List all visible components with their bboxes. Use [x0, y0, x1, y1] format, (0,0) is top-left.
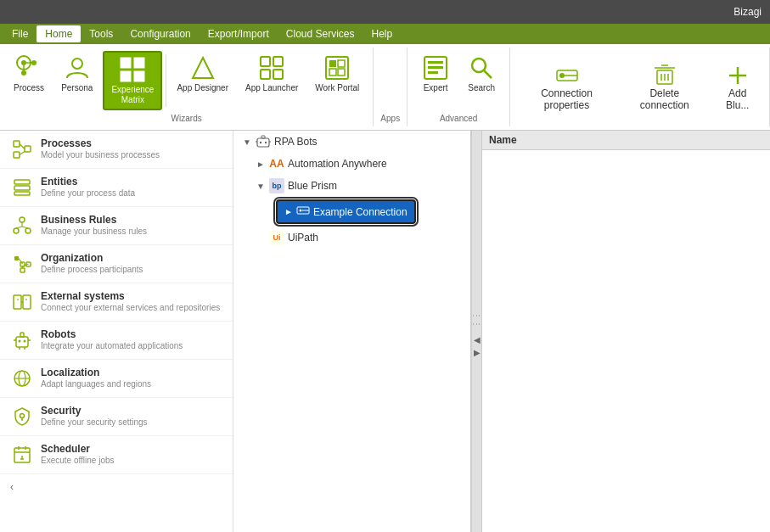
experience-matrix-icon — [119, 56, 146, 83]
tree-item-example-connection[interactable]: ► Example Connection — [276, 199, 416, 224]
robots-icon — [10, 328, 34, 352]
robots-title: Robots — [41, 328, 183, 340]
svg-rect-16 — [261, 57, 270, 66]
sidebar-item-scheduler[interactable]: Scheduler Execute offline jobs — [0, 436, 233, 474]
svg-point-2 — [31, 60, 37, 65]
sidebar-item-business-rules[interactable]: Business Rules Manage your business rule… — [0, 207, 233, 245]
ribbon-group-advanced: Expert Search Advanced — [407, 48, 510, 126]
svg-rect-22 — [338, 60, 345, 67]
processes-icon — [10, 137, 34, 161]
localization-subtitle: Adapt languages and regions — [41, 379, 151, 389]
ribbon-btn-expert[interactable]: Expert — [414, 51, 457, 97]
svg-rect-49 — [14, 192, 30, 195]
svg-rect-71 — [20, 333, 24, 337]
ribbon-group-advanced-label: Advanced — [440, 114, 477, 123]
sidebar-item-external-systems[interactable]: External systems Connect your external s… — [0, 283, 233, 322]
tree-item-automation-anywhere[interactable]: ► AA Automation Anywhere — [247, 153, 470, 175]
svg-rect-42 — [14, 141, 20, 147]
example-connection-expand-icon: ► — [284, 207, 293, 216]
security-title: Security — [41, 405, 148, 417]
uipath-label: UiPath — [288, 232, 318, 244]
ribbon-group-apps-label: Apps — [380, 114, 400, 123]
blue-prism-icon: bp — [269, 178, 284, 193]
sidebar-item-processes[interactable]: Processes Model your business processes — [0, 131, 233, 169]
persona-icon — [64, 54, 91, 81]
menu-bar: File Home Tools Configuration Export/Imp… — [0, 24, 770, 44]
tree-item-uipath[interactable]: ► Ui UiPath — [247, 227, 470, 249]
ribbon-btn-persona[interactable]: Persona — [54, 51, 99, 97]
rpa-bots-expand-icon: ▼ — [240, 135, 254, 148]
sidebar-item-entities[interactable]: Entities Define your process data — [0, 169, 233, 207]
localization-title: Localization — [41, 367, 151, 378]
svg-point-50 — [20, 217, 25, 222]
menu-home[interactable]: Home — [37, 25, 81, 42]
menu-tools[interactable]: Tools — [81, 25, 121, 42]
svg-point-89 — [265, 142, 267, 143]
ribbon-group-connection: Connection properties Delete conne — [510, 48, 770, 126]
sidebar-collapse-btn[interactable]: ‹ — [0, 474, 233, 500]
ribbon-btn-work-portal[interactable]: Work Portal — [308, 51, 366, 97]
collapse-right-arrow[interactable]: ▶ — [474, 348, 481, 357]
sidebar-item-organization[interactable]: Organization Define process participants — [0, 245, 233, 283]
scheduler-subtitle: Execute offline jobs — [41, 456, 115, 465]
app-designer-icon — [189, 54, 216, 81]
delete-connection-label: Delete connection — [628, 87, 701, 111]
expert-btn-label: Expert — [424, 83, 448, 93]
search-ribbon-icon — [468, 54, 495, 81]
tree-item-rpa-bots[interactable]: ▼ RPA Bots — [233, 131, 470, 153]
ribbon-btn-app-designer[interactable]: App Designer — [170, 51, 235, 97]
svg-point-70 — [24, 340, 26, 343]
ribbon-btn-app-launcher[interactable]: App Launcher — [239, 51, 305, 97]
rpa-bots-label: RPA Bots — [274, 136, 317, 148]
menu-file[interactable]: File — [3, 25, 37, 42]
uipath-icon: Ui — [269, 230, 284, 245]
security-icon — [10, 405, 34, 428]
automation-anywhere-icon: AA — [269, 156, 284, 171]
svg-rect-58 — [20, 268, 25, 272]
menu-configuration[interactable]: Configuration — [121, 25, 199, 42]
svg-rect-90 — [261, 136, 265, 138]
localization-icon — [10, 367, 34, 390]
svg-rect-44 — [25, 146, 31, 152]
tree-item-example-connection-wrapper[interactable]: ► Example Connection — [233, 197, 470, 227]
collapse-left-arrow[interactable]: ◀ — [474, 335, 481, 344]
svg-point-6 — [72, 59, 82, 69]
tree-item-blue-prism[interactable]: ▼ bp Blue Prism — [247, 175, 470, 197]
ribbon-btn-experience-matrix[interactable]: ExperienceMatrix — [103, 51, 162, 110]
app-designer-btn-label: App Designer — [177, 83, 228, 93]
ribbon-btn-connection-properties[interactable]: Connection properties — [517, 60, 616, 115]
processes-subtitle: Model your business processes — [41, 150, 160, 160]
svg-point-79 — [20, 414, 25, 418]
svg-point-69 — [19, 340, 21, 343]
ribbon-btn-delete-connection[interactable]: Delete connection — [623, 60, 706, 115]
right-panel: Name — [481, 131, 770, 532]
scheduler-title: Scheduler — [41, 443, 115, 455]
svg-rect-26 — [428, 61, 443, 64]
menu-cloud-services[interactable]: Cloud Services — [278, 25, 363, 42]
ribbon-btn-search[interactable]: Search — [460, 51, 503, 97]
svg-point-29 — [472, 59, 486, 72]
menu-help[interactable]: Help — [363, 25, 402, 42]
ribbon-btn-add-blu[interactable]: Add Blu... — [713, 60, 762, 115]
splitter-vertical[interactable]: ⋮⋮ ◀ ▶ — [471, 131, 481, 532]
menu-export-import[interactable]: Export/Import — [200, 25, 278, 42]
business-rules-icon — [10, 214, 34, 238]
svg-point-94 — [299, 210, 301, 212]
svg-rect-19 — [273, 70, 283, 79]
svg-point-52 — [25, 228, 31, 233]
sidebar-item-robots[interactable]: Robots Integrate your automated applicat… — [0, 322, 233, 360]
connection-properties-label: Connection properties — [522, 87, 611, 111]
sidebar-item-localization[interactable]: Localization Adapt languages and regions — [0, 360, 233, 398]
ribbon-btn-process[interactable]: Process — [7, 51, 51, 97]
right-area: ⋮⋮ ◀ ▶ Name — [471, 131, 770, 532]
entities-icon — [10, 176, 34, 199]
svg-line-55 — [22, 227, 28, 228]
svg-point-32 — [559, 73, 565, 78]
svg-point-51 — [14, 228, 19, 233]
sidebar-item-security[interactable]: Security Define your security settings — [0, 398, 233, 436]
svg-rect-43 — [14, 152, 20, 158]
organization-title: Organization — [41, 252, 143, 264]
ribbon-group-apps: Apps — [374, 48, 407, 126]
external-systems-subtitle: Connect your external services and repos… — [41, 303, 220, 312]
connection-properties-icon — [555, 64, 579, 87]
